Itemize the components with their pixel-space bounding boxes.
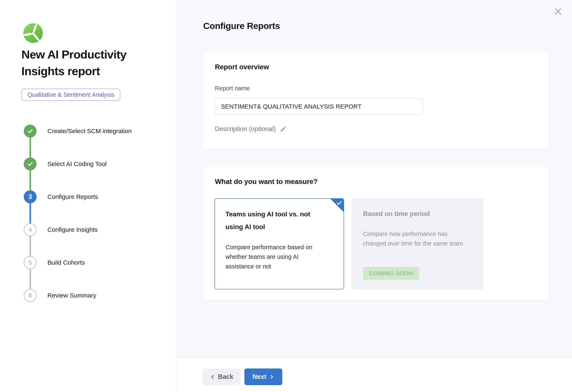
step-label: Configure Reports: [48, 190, 98, 203]
step-complete-check-icon: [24, 125, 37, 138]
measure-heading: What do you want to measure?: [215, 178, 318, 186]
step-number-badge: 4: [24, 223, 37, 236]
chevron-right-icon: [269, 374, 274, 379]
step-number-badge: 5: [24, 256, 37, 269]
chevron-left-icon: [210, 374, 216, 379]
option-title: Teams using AI tool vs. not using AI too…: [225, 208, 330, 233]
wizard-sidebar: New AI Productivity Insights report Qual…: [0, 0, 176, 392]
option-based-on-time-period: Based on time period Compare how perform…: [351, 198, 483, 289]
step-create-select-scm-integration[interactable]: Create/Select SCM integration: [24, 125, 153, 138]
back-button[interactable]: Back: [203, 369, 241, 385]
page-title: Configure Reports: [203, 21, 280, 31]
coming-soon-badge: COMING SOON: [363, 267, 419, 280]
step-configure-reports[interactable]: 3 Configure Reports: [24, 190, 153, 203]
selected-check-icon: [336, 200, 342, 206]
option-teams-vs-no-ai[interactable]: Teams using AI tool vs. not using AI too…: [214, 198, 344, 289]
report-name-input[interactable]: [215, 98, 423, 115]
description-label: Description (optional): [215, 125, 276, 133]
wizard-footer: Back Next: [177, 358, 572, 392]
close-icon[interactable]: [553, 6, 563, 17]
step-configure-insights[interactable]: 4 Configure Insights: [24, 223, 153, 236]
option-description: Compare how performance has changed over…: [363, 229, 471, 248]
step-complete-check-icon: [24, 158, 37, 170]
step-build-cohorts[interactable]: 5 Build Cohorts: [24, 256, 153, 269]
wizard-stepper: Create/Select SCM integration Select AI …: [24, 125, 153, 304]
step-select-ai-coding-tool[interactable]: Select AI Coding Tool: [24, 158, 153, 170]
step-label: Build Cohorts: [48, 256, 85, 269]
step-number-badge: 6: [24, 289, 37, 302]
pencil-icon[interactable]: [280, 125, 287, 133]
measure-card: What do you want to measure? Teams using…: [203, 166, 549, 300]
back-button-label: Back: [218, 373, 233, 381]
step-label: Create/Select SCM integration: [48, 125, 132, 138]
report-name-label: Report name: [215, 85, 250, 92]
step-label: Configure Insights: [48, 223, 98, 236]
add-description-control[interactable]: Description (optional): [215, 124, 287, 134]
report-overview-heading: Report overview: [215, 63, 269, 71]
propeller-logo-icon: [23, 23, 43, 43]
report-type-badge: Qualitative & Sentiment Analysis: [21, 89, 120, 101]
report-overview-card: Report overview Report name Description …: [203, 52, 549, 149]
next-button[interactable]: Next: [244, 369, 282, 385]
configure-reports-panel: Configure Reports Report overview Report…: [177, 0, 572, 392]
step-number-badge: 3: [24, 190, 37, 203]
option-description: Compare performance based on whether tea…: [225, 242, 327, 271]
next-button-label: Next: [252, 373, 266, 381]
step-review-summary[interactable]: 6 Review Summary: [24, 289, 153, 302]
step-label: Select AI Coding Tool: [48, 158, 107, 170]
wizard-title: New AI Productivity Insights report: [21, 46, 157, 80]
step-label: Review Summary: [48, 289, 96, 302]
option-title: Based on time period: [363, 207, 467, 220]
